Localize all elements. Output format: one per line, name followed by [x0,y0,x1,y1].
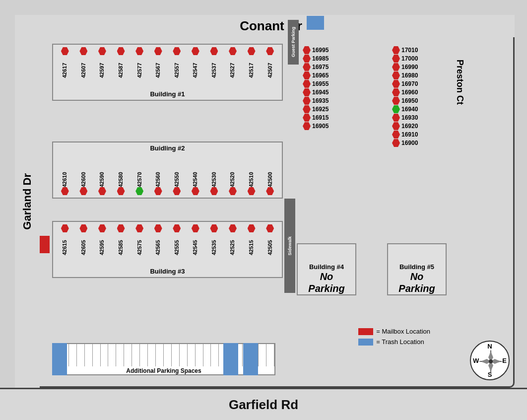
unit-hex-icon [229,224,237,232]
parking-stall [196,344,203,366]
garland-dr-label: Garland Dr [21,173,34,230]
parking-stall [148,344,156,366]
unit-number: 42585 [118,232,124,255]
unit-hex-icon [248,47,256,55]
spot-col: 42565 [149,224,167,255]
building5-spot-row: 16940 [392,105,442,113]
building5-unit-number: 16990 [401,64,418,70]
additional-parking-label: Additional Parking Spaces [53,366,274,375]
parking-stall [108,344,116,366]
spot-col: 42600 [74,164,92,195]
map-container: Garfield Rd Garland Dr Conant Dr Preston… [0,0,527,420]
unit-hex-icon [192,187,199,195]
spot-col: 42577 [131,47,148,78]
unit-hex-icon [117,224,125,232]
unit-number: 42595 [99,232,105,255]
unit-hex-icon [173,224,181,232]
unit-number: 42550 [174,164,180,187]
unit-hex-icon [117,187,125,195]
parking-stall [164,344,172,366]
unit-number: 42557 [174,55,180,78]
unit-hex-icon [248,187,256,195]
spot-col: 42517 [243,47,261,78]
unit-number: 42547 [193,55,198,78]
unit-hex-icon [135,187,143,195]
legend-mailbox-label: = Mailbox Location [376,328,430,335]
spot-col: 42595 [93,224,111,255]
culling-ct-road [40,199,300,221]
spot-col: 42607 [74,47,92,78]
spot-col: 42505 [261,224,279,255]
parking-stall [203,344,211,366]
parking-stall [188,344,196,366]
spot-col: 42507 [261,47,279,78]
building5-unit-number: 16970 [401,80,418,87]
building5-unit-number: 16920 [401,123,418,130]
building4-unit-number: 16975 [312,64,329,70]
building5-spot-row: 16920 [392,122,442,130]
building5-unit-number: 17010 [401,47,418,54]
parking-stall [172,344,180,366]
building5-unit-number: 16910 [401,131,418,138]
compass: N S E W [470,341,510,380]
building4-spot-row: 16955 [303,80,347,88]
building3: Building #3 4261542605425954258542575425… [52,221,283,278]
unit-hex-icon [98,47,106,55]
unit-hex-icon [266,187,274,195]
unit-number: 42517 [249,55,254,78]
sidewalk-label: Sidewalk [287,236,292,256]
building4-spot-row: 16925 [303,105,347,113]
building4-unit-number: 16955 [312,80,329,87]
building5-unit-number: 17000 [401,55,418,62]
unit-hex-icon [61,47,69,55]
unit-number: 42555 [174,232,180,255]
parking-stall [211,344,219,366]
legend-mailbox: = Mailbox Location [358,328,430,335]
building4-unit-number: 16915 [312,114,329,121]
building5-spot-row: 16960 [392,88,442,96]
unit-hex-icon [117,47,125,55]
parking-stall [124,344,132,366]
no-parking-b4: NoParking [308,271,344,294]
unit-hex-icon [229,187,237,195]
spot-col: 42590 [93,164,111,195]
unit-number: 42530 [211,164,217,187]
unit-number: 42507 [267,55,273,78]
unit-number: 42527 [230,55,235,78]
building5-unit-number: 16900 [401,140,418,146]
building5-spot-row: 17010 [392,46,442,54]
building4-unit-number: 16945 [312,89,329,96]
spot-col: 42545 [187,224,204,255]
building3-label: Building #3 [53,268,282,275]
unit-number: 42537 [211,55,217,78]
unit-hex-icon [192,47,199,55]
legend: = Mailbox Location = Trash Location [358,328,430,346]
unit-number: 42610 [62,164,67,187]
building1: Building #1 4261742607425974258742577425… [52,44,283,101]
svg-point-8 [489,359,493,363]
building2-label: Buidling #2 [53,144,282,152]
building4-spot-row: 16965 [303,71,347,79]
spot-col: 42520 [224,164,242,195]
trash-loc-2 [223,343,238,375]
unit-number: 42505 [267,232,273,255]
unit-number: 42510 [249,164,254,187]
unit-hex-icon [210,47,218,55]
spot-col: 42537 [205,47,223,78]
building4-unit-number: 16925 [312,106,329,113]
additional-parking: Additional Parking Spaces [52,343,275,375]
unit-hex-icon [79,224,87,232]
unit-number: 42577 [137,55,142,78]
building1-label: Building #1 [53,90,282,98]
unit-hex-icon [192,224,199,232]
building4-spot-row: 16985 [303,55,347,63]
building5-spot-row: 16970 [392,80,442,88]
parking-stall [259,344,266,366]
spot-col: 42530 [205,164,223,195]
unit-hex-icon [61,187,69,195]
unit-hex-icon [98,187,106,195]
unit-hex-icon [61,224,69,232]
parking-stall [156,344,164,366]
spot-col: 42515 [243,224,261,255]
unit-number: 42525 [230,232,235,255]
